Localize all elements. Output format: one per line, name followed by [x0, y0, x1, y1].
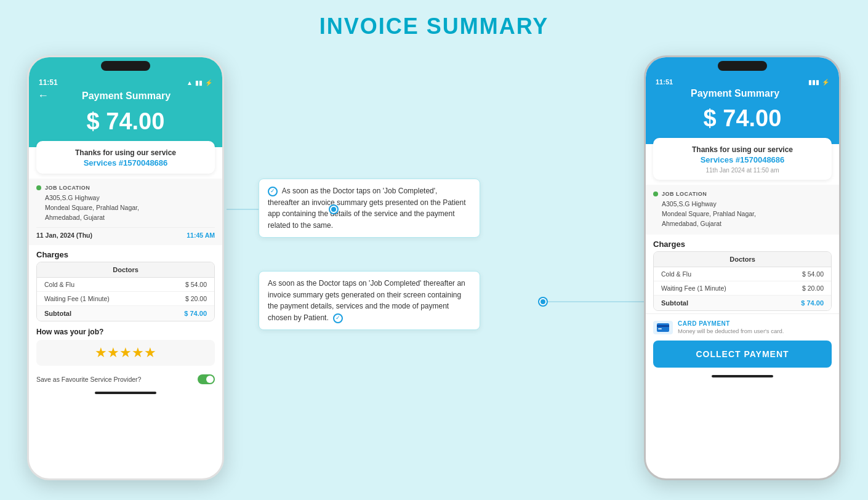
right-header-title: Payment Summary — [654, 88, 816, 99]
right-header-nav: Payment Summary — [654, 88, 830, 99]
left-service-number: Services #1570048686 — [45, 158, 206, 167]
left-rating-section: How was your job? ★★★★★ — [29, 321, 222, 369]
left-location-section: JOB LOCATION A305,S.G Highway Mondeal Sq… — [29, 179, 222, 245]
right-charges-card: Doctors Cold & Flu $ 54.00 Waiting Fee (… — [653, 251, 832, 311]
left-location-label: JOB LOCATION — [45, 185, 90, 191]
left-date-row: 11 Jan, 2024 (Thu) 11:45 AM — [36, 227, 215, 239]
svg-rect-3 — [657, 325, 669, 327]
check-icon-1: ✓ — [268, 187, 278, 196]
left-location-header: JOB LOCATION — [36, 185, 215, 191]
right-time: 11:51 — [656, 78, 673, 86]
payment-label: CARD PAYMENT — [678, 320, 784, 327]
notch-left — [101, 61, 150, 71]
left-fav-row: Save as Favourite Service Provider? — [29, 369, 222, 389]
left-address: A305,S.G Highway Mondeal Square, Prahlad… — [45, 193, 215, 222]
connector-dot-1-left — [330, 206, 337, 213]
left-time: 11:51 — [39, 78, 58, 87]
left-header: ← Payment Summary $ 74.00 — [29, 89, 222, 147]
left-appt-time: 11:45 AM — [187, 232, 215, 239]
right-status-bar: 11:51 ▮▮▮ ⚡ — [646, 75, 839, 88]
left-status-icons: ▲ ▮▮ ⚡ — [187, 79, 212, 86]
right-charge-2: Waiting Fee (1 Minute) $ 20.00 — [654, 281, 831, 296]
right-location-dot — [653, 192, 658, 196]
left-amount: $ 74.00 — [87, 108, 165, 135]
right-header: Payment Summary $ 74.00 — [646, 88, 839, 144]
right-timestamp: 11th Jan 2024 at 11:50 am — [662, 167, 823, 174]
right-phone: 11:51 ▮▮▮ ⚡ Payment Summary $ 74.00 Than… — [644, 55, 841, 480]
right-location-header: JOB LOCATION — [653, 191, 832, 197]
left-home-indicator — [95, 392, 156, 394]
left-scroll[interactable]: ← Payment Summary $ 74.00 Thanks for usi… — [29, 89, 222, 480]
left-phone: 11:51 ▲ ▮▮ ⚡ ← Payment Summary $ 74.00 T… — [27, 55, 224, 480]
left-phone-top — [29, 57, 222, 75]
left-toggle[interactable] — [198, 374, 215, 384]
location-dot — [36, 185, 41, 190]
annotation-1-text: As soon as the Doctor taps on 'Job Compl… — [268, 187, 466, 230]
back-button[interactable]: ← — [38, 89, 49, 102]
right-service-card: Thanks for using our service Services #1… — [653, 138, 832, 180]
right-doctors-header: Doctors — [654, 252, 831, 267]
left-service-card: Thanks for using our service Services #1… — [36, 141, 215, 174]
left-header-title: Payment Summary — [54, 91, 199, 102]
right-charges-section: Charges Doctors Cold & Flu $ 54.00 Waiti… — [646, 235, 839, 311]
right-payment-method: CARD PAYMENT Money will be deducted from… — [646, 313, 839, 341]
left-doctors-header: Doctors — [37, 262, 214, 278]
left-charges-title: Charges — [29, 245, 222, 262]
collect-payment-button[interactable]: COLLECT PAYMENT — [653, 341, 832, 368]
payment-sub: Money will be deducted from user's card. — [678, 328, 784, 334]
check-icon-2: ✓ — [333, 313, 343, 323]
left-charge-2: Waiting Fee (1 Minute) $ 20.00 — [37, 292, 214, 306]
left-charge-1: Cold & Flu $ 54.00 — [37, 278, 214, 292]
payment-info: CARD PAYMENT Money will be deducted from… — [678, 320, 784, 334]
right-home-indicator-wrap — [646, 375, 839, 381]
right-subtotal: Subtotal $ 74.00 — [654, 296, 831, 310]
right-charges-title: Charges — [646, 235, 839, 251]
right-service-number: Services #1570048686 — [662, 155, 823, 164]
right-scroll[interactable]: Payment Summary $ 74.00 Thanks for using… — [646, 88, 839, 480]
left-rating-title: How was your job? — [36, 328, 215, 336]
page-title: INVOICE SUMMARY — [0, 0, 868, 39]
right-address: A305,S.G Highway Mondeal Square, Prahlad… — [662, 200, 832, 228]
right-status-icons: ▮▮▮ ⚡ — [808, 79, 829, 86]
left-date: 11 Jan, 2024 (Thu) — [36, 232, 92, 239]
left-home-indicator-wrap — [29, 392, 222, 398]
left-charges-section: Charges Doctors Cold & Flu $ 54.00 Waiti… — [29, 245, 222, 321]
card-icon — [653, 321, 673, 334]
right-amount: $ 74.00 — [704, 105, 782, 132]
right-location-section: JOB LOCATION A305,S.G Highway Mondeal Sq… — [646, 185, 839, 235]
left-status-bar: 11:51 ▲ ▮▮ ⚡ — [29, 75, 222, 89]
right-home-indicator — [712, 375, 773, 377]
connector-dot-2-right — [539, 298, 547, 305]
left-fav-label: Save as Favourite Service Provider? — [36, 376, 141, 383]
left-stars[interactable]: ★★★★★ — [36, 340, 215, 366]
left-charges-card: Doctors Cold & Flu $ 54.00 Waiting Fee (… — [36, 262, 215, 321]
annotation-1: ✓ As soon as the Doctor taps on 'Job Com… — [259, 179, 480, 238]
right-location-label: JOB LOCATION — [662, 191, 707, 197]
left-thanks: Thanks for using our service — [45, 148, 206, 157]
right-charge-1: Cold & Flu $ 54.00 — [654, 267, 831, 281]
right-thanks: Thanks for using our service — [662, 145, 823, 154]
svg-rect-2 — [657, 323, 669, 332]
left-header-nav: ← Payment Summary — [38, 89, 214, 102]
annotation-2: As soon as the Doctor taps on 'Job Compl… — [259, 271, 480, 330]
left-subtotal: Subtotal $ 74.00 — [37, 306, 214, 321]
notch-right — [718, 61, 767, 71]
right-phone-top — [646, 57, 839, 75]
annotation-2-text: As soon as the Doctor taps on 'Job Compl… — [268, 279, 465, 322]
svg-rect-4 — [658, 328, 662, 329]
